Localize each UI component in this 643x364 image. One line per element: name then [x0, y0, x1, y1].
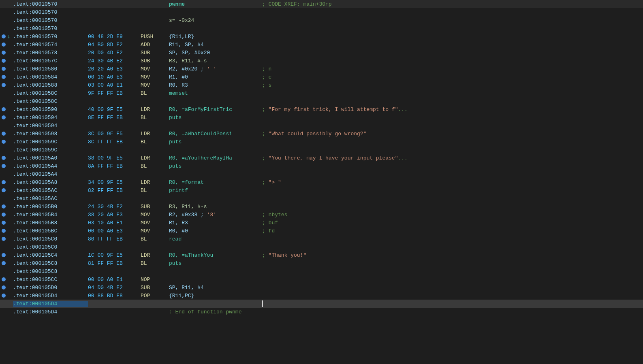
breakpoint-dot[interactable]: [2, 107, 6, 111]
address: .text:00010588: [13, 82, 88, 88]
dot-empty[interactable]: [2, 148, 6, 152]
table-row[interactable]: .text:000105B024 30 4B E2SUBR3, R11, #-s: [0, 202, 643, 211]
dot-empty[interactable]: [2, 18, 6, 22]
bytes: 1C 00 9F E5: [88, 252, 141, 258]
table-row[interactable]: ↓.text:0001057000 48 2D E9PUSH{R11,LR}: [0, 32, 643, 40]
table-row[interactable]: .text:000105D4: End of function pwnme: [0, 308, 643, 316]
table-row[interactable]: .text:0001058020 20 A0 E3MOVR2, #0x20 ; …: [0, 65, 643, 73]
table-row[interactable]: .text:0001058C: [0, 97, 643, 105]
mnemonic: BL: [141, 187, 169, 194]
table-row[interactable]: .text:000105A038 00 9F E5LDRR0, =aYouThe…: [0, 154, 643, 162]
table-row[interactable]: .text:000105B438 20 A0 E3MOVR2, #0x38 ; …: [0, 211, 643, 219]
dot-empty[interactable]: [2, 26, 6, 30]
breakpoint-dot[interactable]: [2, 221, 6, 225]
breakpoint-dot[interactable]: [2, 51, 6, 55]
table-row[interactable]: .text:00010570pwnme; CODE XREF: main+30↑…: [0, 0, 643, 8]
breakpoint-dot[interactable]: [2, 213, 6, 217]
address: .text:000105C8: [13, 260, 88, 266]
breakpoint-dot[interactable]: [2, 140, 6, 144]
breakpoint-dot[interactable]: [2, 204, 6, 209]
breakpoint-dot[interactable]: [2, 59, 6, 63]
mnemonic: BL: [141, 139, 169, 145]
mnemonic: MOV: [141, 212, 169, 218]
code-view[interactable]: .text:00010570pwnme; CODE XREF: main+30↑…: [0, 0, 643, 364]
table-row[interactable]: .text:0001058C9F FF FF EBBLmemset: [0, 89, 643, 97]
address: .text:00010574: [13, 42, 88, 48]
table-row[interactable]: .text:0001057404 B0 8D E2ADDR11, SP, #4: [0, 40, 643, 49]
table-row[interactable]: .text:000105A834 00 9F E5LDRR0, =format;…: [0, 178, 643, 186]
dot-empty[interactable]: [2, 91, 6, 95]
breakpoint-dot[interactable]: [2, 277, 6, 281]
bytes: 00 88 BD E8: [88, 293, 141, 299]
breakpoint-dot[interactable]: [2, 156, 6, 160]
dot-empty[interactable]: [2, 196, 6, 200]
table-row[interactable]: .text:000105C41C 00 9F E5LDRR0, =aThankY…: [0, 251, 643, 259]
comment: ; c: [262, 74, 271, 80]
table-row[interactable]: .text:0001058400 10 A0 E3MOVR1, #0; c: [0, 73, 643, 81]
dot-empty[interactable]: [2, 99, 6, 103]
table-row[interactable]: .text:0001059C: [0, 146, 643, 154]
breakpoint-dot[interactable]: [2, 164, 6, 168]
table-row[interactable]: .text:0001057820 D0 4D E2SUBSP, SP, #0x2…: [0, 49, 643, 57]
dot-empty[interactable]: [2, 310, 6, 314]
bytes: 8A FF FF EB: [88, 163, 141, 169]
table-row[interactable]: .text:000105AC: [0, 194, 643, 202]
breakpoint-dot[interactable]: [2, 229, 6, 233]
table-row[interactable]: .text:000105D4: [0, 300, 643, 308]
table-row[interactable]: .text:0001059C8C FF FF EBBLputs: [0, 138, 643, 146]
breakpoint-dot[interactable]: [2, 188, 6, 192]
breakpoint-dot[interactable]: [2, 261, 6, 265]
comment: ; "Thank you!": [262, 252, 306, 258]
breakpoint-dot[interactable]: [2, 294, 6, 298]
operand: R1, R3: [169, 220, 262, 226]
operand: R2, #0x20 ; ' ': [169, 66, 262, 72]
table-row[interactable]: .text:000105948E FF FF EBBLputs: [0, 113, 643, 121]
breakpoint-dot[interactable]: [2, 43, 6, 47]
dot-empty[interactable]: [2, 123, 6, 128]
table-row[interactable]: .text:000105C0: [0, 243, 643, 251]
table-row[interactable]: .text:000105983C 00 9F E5LDRR0, =aWhatCo…: [0, 130, 643, 138]
table-row[interactable]: .text:000105C8: [0, 267, 643, 275]
table-row[interactable]: .text:000105D004 D0 4B E2SUBSP, R11, #4: [0, 283, 643, 292]
table-row[interactable]: .text:0001057C24 30 4B E2SUBR3, R11, #-s: [0, 57, 643, 65]
breakpoint-dot[interactable]: [2, 180, 6, 184]
dot-empty[interactable]: [2, 302, 6, 306]
bytes: 24 30 4B E2: [88, 204, 141, 210]
address: .text:00010594: [13, 115, 88, 121]
bytes: 40 00 9F E5: [88, 106, 141, 113]
table-row[interactable]: .text:00010570: [0, 8, 643, 16]
operand: R1, #0: [169, 74, 262, 80]
table-row[interactable]: .text:0001058803 00 A0 E1MOVR0, R3; s: [0, 81, 643, 89]
table-row[interactable]: .text:000105B803 10 A0 E1MOVR1, R3; buf: [0, 219, 643, 227]
mnemonic: LDR: [141, 106, 169, 113]
table-row[interactable]: .text:000105A4: [0, 170, 643, 178]
breakpoint-dot[interactable]: [2, 253, 6, 257]
address: .text:000105C8: [13, 268, 88, 275]
breakpoint-dot[interactable]: [2, 285, 6, 289]
breakpoint-dot[interactable]: [2, 115, 6, 119]
breakpoint-dot[interactable]: [2, 75, 6, 79]
breakpoint-dot[interactable]: [2, 83, 6, 87]
breakpoint-dot[interactable]: [2, 237, 6, 241]
bytes: 9F FF FF EB: [88, 90, 141, 96]
table-row[interactable]: .text:000105CC00 00 A0 E1NOP: [0, 275, 643, 283]
table-row[interactable]: .text:00010570: [0, 24, 643, 32]
dot-empty[interactable]: [2, 172, 6, 176]
table-row[interactable]: .text:00010594: [0, 121, 643, 130]
table-row[interactable]: .text:000105D400 88 BD E8POP{R11,PC}: [0, 292, 643, 300]
breakpoint-dot[interactable]: [2, 67, 6, 71]
dot-empty[interactable]: [2, 269, 6, 273]
dot-empty[interactable]: [2, 10, 6, 14]
table-row[interactable]: .text:000105C080 FF FF EBBLread: [0, 235, 643, 243]
dot-empty[interactable]: [2, 2, 6, 6]
table-row[interactable]: .text:000105AC82 FF FF EBBLprintf: [0, 186, 643, 194]
table-row[interactable]: .text:0001059040 00 9F E5LDRR0, =aForMyF…: [0, 105, 643, 113]
breakpoint-dot[interactable]: [2, 34, 6, 38]
table-row[interactable]: .text:000105C881 FF FF EBBLputs: [0, 259, 643, 267]
breakpoint-dot[interactable]: [2, 132, 6, 136]
table-row[interactable]: .text:000105A48A FF FF EBBLputs: [0, 162, 643, 170]
dot-empty[interactable]: [2, 245, 6, 249]
table-row[interactable]: .text:000105BC00 00 A0 E3MOVR0, #0; fd: [0, 227, 643, 235]
operand: R11, SP, #4: [169, 42, 262, 48]
table-row[interactable]: .text:00010570s= -0x24: [0, 16, 643, 24]
